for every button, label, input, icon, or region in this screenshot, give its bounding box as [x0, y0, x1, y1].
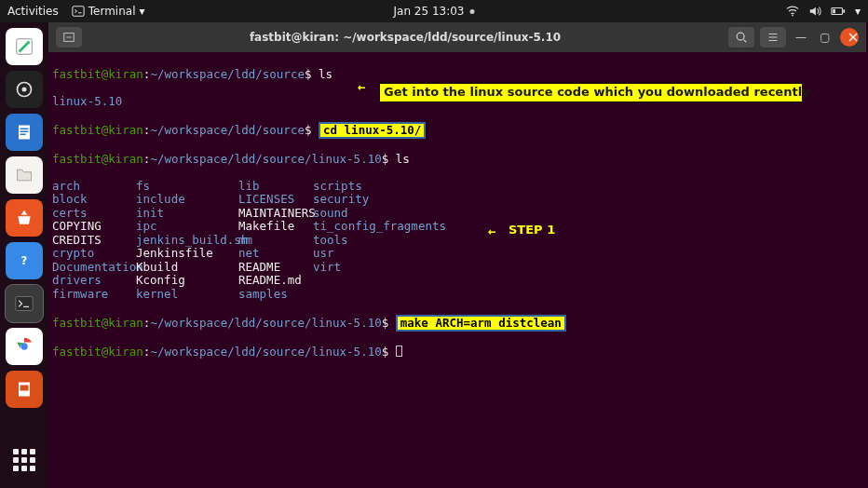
- dock: ?: [0, 22, 48, 488]
- listing-cell: usr: [313, 247, 434, 261]
- annotation-step1: STEP 1: [509, 224, 555, 237]
- svg-point-7: [22, 88, 27, 92]
- listing-row: CREDITSjenkins_build.shmmtools: [52, 234, 862, 248]
- listing-cell: Kconfig: [136, 274, 238, 288]
- prompt-userhost: fastbit@kiran: [52, 152, 143, 166]
- prompt-userhost: fastbit@kiran: [52, 67, 143, 81]
- listing-cell: fs: [136, 180, 238, 194]
- svg-rect-9: [20, 129, 29, 130]
- listing-cell: LICENSES: [238, 193, 313, 207]
- prompt-path: ~/workspace/ldd/source/linux-5.10: [150, 345, 381, 359]
- prompt-path: ~/workspace/ldd/source/linux-5.10: [150, 316, 381, 330]
- active-app-menu[interactable]: Terminal ▾: [72, 5, 145, 18]
- close-button[interactable]: [840, 28, 859, 47]
- minimize-button[interactable]: —: [792, 28, 810, 47]
- listing-cell: drivers: [52, 274, 136, 288]
- dock-item-rhythmbox[interactable]: [6, 71, 43, 108]
- svg-rect-3: [843, 9, 845, 13]
- annotation-get-into: Get into the linux source code which you…: [379, 83, 803, 102]
- menu-button[interactable]: [760, 27, 786, 47]
- window-title: fastbit@kiran: ~/workspace/ldd/source/li…: [88, 31, 723, 44]
- dock-item-files[interactable]: [6, 156, 43, 194]
- listing-row: archfslibscripts: [52, 180, 862, 194]
- prompt-userhost: fastbit@kiran: [52, 316, 143, 330]
- prompt-userhost: fastbit@kiran: [52, 345, 143, 359]
- listing-cell: jenkins_build.sh: [136, 234, 238, 248]
- listing-cell: arch: [52, 180, 136, 194]
- svg-rect-11: [20, 134, 26, 136]
- listing-row: certsinitMAINTAINERSsound: [52, 207, 862, 221]
- activities-button[interactable]: Activities: [7, 5, 59, 18]
- maximize-button[interactable]: ▢: [816, 28, 834, 47]
- listing-cell: scripts: [313, 180, 434, 194]
- cmd-ls: ls: [319, 67, 332, 81]
- ls-output-dir: linux-5.10: [52, 94, 122, 108]
- dock-item-text-editor[interactable]: [6, 28, 43, 65]
- ls-listing: archfslibscriptsblockincludeLICENSESsecu…: [52, 180, 862, 302]
- listing-cell: virt: [313, 261, 434, 275]
- svg-rect-14: [16, 297, 33, 311]
- svg-rect-4: [833, 9, 835, 13]
- new-tab-button[interactable]: [56, 27, 82, 47]
- listing-row: blockincludeLICENSESsecurity: [52, 193, 862, 207]
- hamburger-icon: [766, 31, 780, 44]
- listing-cell: lib: [238, 180, 313, 194]
- prompt-path: ~/workspace/ldd/source: [150, 123, 305, 137]
- dock-item-libreoffice-impress[interactable]: [6, 371, 43, 408]
- listing-cell: crypto: [52, 247, 136, 261]
- notification-dot-icon: [469, 9, 474, 14]
- listing-cell: tools: [313, 234, 434, 248]
- wifi-icon: [786, 5, 799, 18]
- dock-item-chrome[interactable]: [6, 328, 43, 365]
- system-tray[interactable]: ▾: [786, 5, 861, 18]
- svg-point-20: [737, 33, 744, 40]
- arrow-icon: ←: [358, 80, 365, 94]
- prompt-path: ~/workspace/ldd/source: [150, 67, 305, 81]
- new-tab-icon: [62, 31, 75, 44]
- datetime-label: Jan 25 13:03: [394, 5, 465, 18]
- arrow-icon: ←: [488, 224, 495, 238]
- listing-row: cryptoJenkinsfilenetusr: [52, 247, 862, 261]
- listing-cell: COPYING: [52, 220, 136, 234]
- terminal-icon: [72, 5, 85, 18]
- cmd-ls: ls: [396, 152, 410, 166]
- top-panel: Activities Terminal ▾ Jan 25 13:03 ▾: [0, 0, 868, 22]
- listing-cell: include: [136, 193, 238, 207]
- listing-cell: sound: [313, 207, 434, 221]
- active-app-label: Terminal: [88, 5, 136, 18]
- search-button[interactable]: [728, 27, 754, 47]
- cursor: [396, 346, 402, 357]
- clock[interactable]: Jan 25 13:03: [394, 5, 475, 18]
- cmd-cd-highlight: cd linux-5.10/: [319, 122, 426, 140]
- prompt-userhost: fastbit@kiran: [52, 123, 143, 137]
- listing-row: firmwarekernelsamples: [52, 288, 862, 302]
- apps-grid-icon: [13, 449, 35, 471]
- svg-text:?: ?: [21, 254, 28, 267]
- listing-cell: Makefile: [238, 220, 313, 234]
- terminal-body[interactable]: fastbit@kiran:~/workspace/ldd/source$ ls…: [48, 52, 866, 486]
- svg-point-1: [792, 15, 793, 17]
- volume-icon: [808, 5, 821, 18]
- listing-cell: certs: [52, 207, 136, 221]
- dock-item-software[interactable]: [6, 199, 43, 237]
- listing-cell: ipc: [136, 220, 238, 234]
- listing-cell: mm: [238, 234, 313, 248]
- dropdown-arrow-icon: ▾: [855, 5, 861, 18]
- listing-cell: ti_config_fragments: [313, 220, 434, 234]
- listing-cell: block: [52, 193, 136, 207]
- listing-cell: kernel: [136, 288, 238, 302]
- dropdown-arrow-icon: ▾: [139, 5, 144, 18]
- listing-cell: Jenkinsfile: [136, 247, 238, 261]
- close-icon: [848, 33, 858, 42]
- dock-item-show-apps[interactable]: [6, 441, 43, 479]
- listing-row: COPYINGipcMakefileti_config_fragments: [52, 220, 862, 234]
- listing-row: driversKconfigREADME.md: [52, 274, 862, 288]
- dock-item-terminal[interactable]: [6, 285, 43, 322]
- listing-cell: README: [238, 261, 313, 275]
- dock-item-help[interactable]: ?: [6, 242, 43, 279]
- dock-item-libreoffice-writer[interactable]: [6, 114, 43, 151]
- listing-cell: Kbuild: [136, 261, 238, 275]
- listing-cell: firmware: [52, 288, 136, 302]
- search-icon: [735, 31, 748, 44]
- listing-cell: CREDITS: [52, 234, 136, 248]
